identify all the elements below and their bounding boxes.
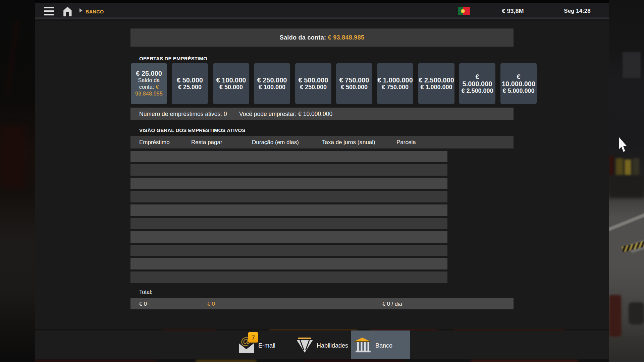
svg-text:7: 7 (252, 334, 255, 341)
